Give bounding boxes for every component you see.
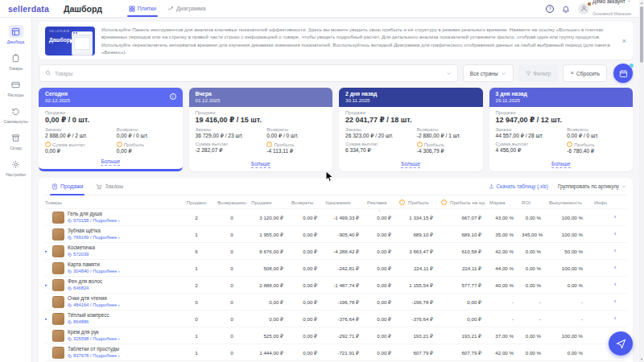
tab-orders[interactable]: Заказы: [89, 178, 130, 195]
table-cell: 0,00 ₽: [291, 316, 325, 322]
sidebar-item-settings[interactable]: Настройки: [6, 158, 26, 177]
table-cell: 0: [213, 265, 251, 271]
more-link[interactable]: Больше: [251, 161, 270, 168]
table-row[interactable]: Тёплый компресс 864886 000,00 ₽0,00 ₽-37…: [45, 311, 626, 327]
table-row[interactable]: Фен для волос 646824 202 888,00 ₽0,00 ₽-…: [45, 277, 626, 294]
reset-button[interactable]: × Сбросить: [563, 64, 607, 82]
column-header[interactable]: Реклама: [367, 200, 399, 205]
returns-value: 0,00 ₽ / 0 шт.: [117, 133, 176, 139]
bell-icon[interactable]: [562, 5, 570, 13]
table-header: ТоварыПроданоВозвращеноПродажиВозвратыУд…: [45, 195, 626, 209]
product-sku-link[interactable]: 325598 / Подробнее ›: [68, 336, 120, 341]
table-cell: 1: [180, 265, 213, 271]
more-link[interactable]: Больше: [101, 158, 120, 166]
row-detail-chevron[interactable]: [610, 298, 620, 305]
sidebar-item-buyouts[interactable]: Самовыкупы: [4, 105, 28, 124]
table-row[interactable]: Таблетки от простуды 837678 / Подробнее …: [45, 344, 626, 361]
table-cell: 0,00 ₽: [251, 316, 291, 322]
scroll-up-arrow[interactable]: [639, 1, 644, 5]
sales-value: 0,00 ₽ / 0 шт.: [45, 116, 176, 124]
sidebar-item-products[interactable]: Товары: [9, 51, 23, 71]
table-cell: -: [489, 316, 522, 322]
product-image: [52, 347, 64, 359]
calendar-button[interactable]: [613, 64, 633, 83]
product-sku-link[interactable]: 864886: [68, 319, 109, 324]
row-detail-chevron[interactable]: [610, 315, 620, 322]
copy-icon: [68, 236, 72, 240]
product-sku-link[interactable]: 769199 / Подробнее ›: [68, 235, 120, 240]
product-sku-link[interactable]: 484164 / Подробнее ›: [68, 302, 120, 307]
tutorial-video-thumbnail[interactable]: SELLERDATA Дашбор: [45, 27, 95, 56]
tab-tiles[interactable]: Плитки: [123, 0, 162, 17]
expand-caret-icon[interactable]: [45, 316, 49, 321]
payout-value: -2 282,07 ₽: [196, 147, 264, 154]
table-cell: 0,00 %: [522, 265, 549, 271]
product-name: Очки для чтения: [68, 296, 120, 302]
product-sku-link[interactable]: 572039: [68, 252, 95, 257]
chevron-down-icon: [446, 71, 452, 76]
table-row[interactable]: Косметичка 572039 608 676,00 ₽0,00 ₽-4 2…: [45, 243, 626, 260]
group-by-select[interactable]: Группировать по артикулу: [558, 183, 626, 189]
more-link[interactable]: Больше: [401, 161, 420, 168]
table-cell: 0,00 %: [522, 333, 549, 339]
row-detail-chevron[interactable]: [610, 231, 620, 237]
product-sku-link[interactable]: 646824: [68, 286, 102, 290]
table-row[interactable]: Гель для душа 970158 / Подробнее › 203 1…: [45, 209, 626, 226]
table-cell: 100,00 %: [549, 232, 591, 237]
product-sku-link[interactable]: 837678 / Подробнее ›: [68, 353, 120, 358]
table-cell: -242,81 ₽: [325, 265, 367, 271]
table-row[interactable]: Зубная щётка 769199 / Подробнее › 101 95…: [45, 226, 626, 243]
product-sku-link[interactable]: 970158 / Подробнее ›: [68, 218, 120, 223]
help-icon[interactable]: [546, 5, 554, 13]
column-header: Маржа: [489, 200, 522, 205]
warning-icon: [417, 142, 423, 147]
sidebar-item-dashboard[interactable]: Дашборд: [7, 25, 24, 44]
row-detail-chevron[interactable]: [610, 265, 620, 271]
country-select[interactable]: Все страны: [463, 64, 514, 82]
row-detail-chevron[interactable]: [610, 248, 620, 254]
info-icon[interactable]: [170, 93, 176, 100]
table-cell: 667,07 ₽: [441, 215, 489, 220]
dashboard-icon: [9, 25, 23, 38]
tab-sales[interactable]: Продажи: [45, 178, 89, 195]
sidebar-item-expenses[interactable]: Расходы: [7, 78, 23, 97]
row-detail-chevron[interactable]: [610, 282, 620, 288]
product-sku-link[interactable]: 304840 / Подробнее ›: [68, 269, 120, 274]
table-row[interactable]: Очки для чтения 484164 / Подробнее › 000…: [45, 294, 626, 311]
table-cell: 0,00 ₽: [291, 232, 325, 237]
sales-value: 19 416,00 ₽ / 15 шт.: [196, 116, 327, 124]
table-cell: 6: [180, 249, 213, 254]
table-row[interactable]: Крем для рук 325598 / Подробнее › 10525,…: [45, 327, 626, 344]
scrollbar-thumb[interactable]: [640, 6, 643, 63]
filter-button[interactable]: Фильтр: [518, 64, 559, 82]
table-cell: 0,00 %: [522, 249, 549, 254]
vertical-scrollbar[interactable]: [639, 0, 644, 362]
warning-icon: [399, 200, 405, 205]
product-image: [52, 313, 64, 325]
table-cell: 525,00 ₽: [251, 333, 291, 339]
support-chat-button[interactable]: [609, 331, 633, 356]
close-icon[interactable]: [622, 37, 626, 44]
table-cell: -: [549, 299, 591, 305]
table-cell: 0: [213, 299, 251, 305]
sales-label: Продажи: [345, 110, 477, 115]
download-table-link[interactable]: Скачать таблицу (.xls): [489, 183, 548, 189]
row-detail-chevron[interactable]: [610, 214, 620, 220]
table-cell: 0,00 %: [522, 215, 549, 220]
sidebar-item-warehouse[interactable]: Склад: [9, 131, 23, 150]
warehouse-icon: [9, 131, 23, 144]
product-image: [52, 212, 64, 224]
scroll-down-arrow[interactable]: [639, 357, 644, 361]
calendar-icon: [619, 69, 628, 78]
account-menu[interactable]: Демо аккаунт Основной Магазин: [578, 0, 631, 19]
sales-value: 22 041,77 ₽ / 18 шт.: [345, 116, 477, 124]
expand-caret-icon[interactable]: [45, 249, 49, 253]
search-input[interactable]: Товары: [39, 64, 458, 82]
reset-button-label: Сбросить: [576, 71, 600, 76]
tab-chart[interactable]: Диаграмма: [162, 0, 211, 17]
returns-label: Возвраты: [567, 127, 626, 132]
table-row[interactable]: Карта памяти 304840 / Подробнее › 10508,…: [45, 260, 626, 277]
table-cell: 100,00 %: [549, 333, 591, 339]
more-link[interactable]: Больше: [551, 161, 571, 168]
expand-caret-icon[interactable]: [45, 282, 49, 287]
